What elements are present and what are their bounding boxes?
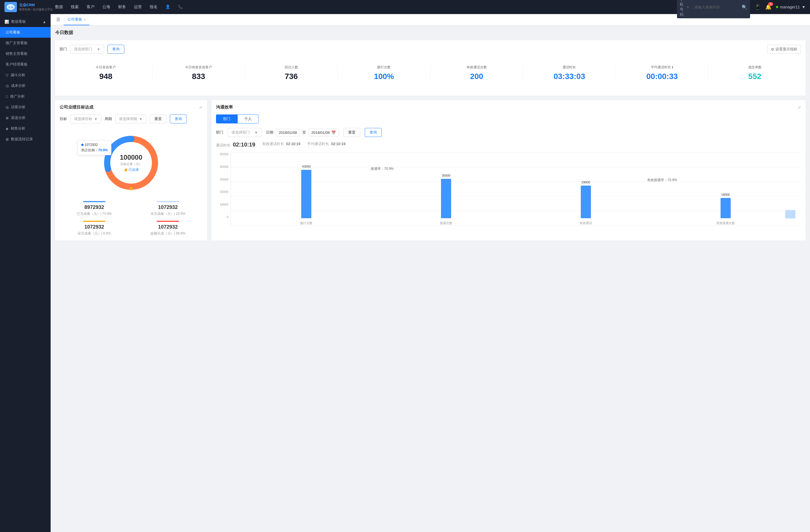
donut-value: 100000 bbox=[120, 153, 142, 161]
sidebar-collapse-icon[interactable]: ▲ bbox=[43, 20, 46, 24]
stat-effective-consult-value: 833 bbox=[157, 72, 241, 81]
sidebar-section-icon: 📊 bbox=[4, 20, 9, 24]
stat-revisit-value: 736 bbox=[249, 72, 333, 81]
sidebar-item-visitor[interactable]: ◎ 访客分析 bbox=[0, 102, 51, 113]
bar-value-18000: 18000 bbox=[721, 193, 730, 196]
sidebar-item-promotion-manager[interactable]: 推广主管看板 bbox=[0, 38, 51, 48]
nav-operations[interactable]: 运营 bbox=[134, 3, 142, 11]
search-button[interactable]: 🔍 bbox=[742, 4, 747, 10]
stat-first-consult-label: 今日首咨客户 bbox=[64, 65, 148, 70]
bar-label-connect: 接通次数 bbox=[440, 221, 452, 225]
stat-bar-completed bbox=[83, 201, 106, 202]
bar-group-effective: 29000 有效通话 bbox=[516, 152, 656, 225]
sidebar-item-customer-manager[interactable]: 客户经理看板 bbox=[0, 59, 51, 70]
visitor-icon: ◎ bbox=[6, 105, 9, 110]
avg-stat: 平均通话时长 02:10:19 bbox=[307, 142, 345, 148]
goal-select[interactable]: 请选择目标 ▼ bbox=[70, 114, 101, 123]
tab-company[interactable]: 公司看板 × bbox=[64, 14, 90, 25]
stat-bar-incomplete bbox=[157, 201, 179, 202]
sidebar-item-sales[interactable]: ◈ 销售分析 bbox=[0, 123, 51, 134]
settings-btn[interactable]: ⚙ 设置显示指标 bbox=[767, 45, 801, 54]
stat-bar-should bbox=[83, 221, 106, 222]
sidebar-item-label: 访客分析 bbox=[11, 105, 26, 110]
stat-effective-calls-label: 有效通话次数 bbox=[435, 65, 519, 70]
period-select[interactable]: 请选择周期 ▼ bbox=[115, 114, 146, 123]
stat-incomplete-label: 未完成量（元）| 20.9% bbox=[133, 212, 202, 216]
y-label-40000: 40000 bbox=[216, 165, 228, 168]
promotion-icon: □ bbox=[6, 95, 8, 99]
sidebar-item-label: 渠道分析 bbox=[11, 115, 26, 120]
user-info[interactable]: manager11 ▼ bbox=[776, 5, 806, 9]
today-filter-bar: 部门 请选择部门 ▼ 查询 ⚙ 设置显示指标 bbox=[60, 45, 801, 54]
sidebar-item-flow[interactable]: ⊞ 数据流转记录 bbox=[0, 134, 51, 145]
comm-dept-select[interactable]: 请选择部门 ▼ bbox=[228, 128, 262, 137]
y-label-0: 0 bbox=[216, 215, 228, 219]
cost-icon: ◷ bbox=[6, 84, 9, 88]
username: manager11 bbox=[780, 5, 800, 9]
comm-tab-dept[interactable]: 部门 bbox=[216, 114, 237, 123]
dept-select-placeholder: 请选择部门 bbox=[74, 47, 92, 52]
sidebar-section-header[interactable]: 📊 数据看板 ▲ bbox=[0, 16, 51, 27]
nav-register[interactable]: 报名 bbox=[150, 3, 158, 11]
notification-badge: 5 bbox=[768, 2, 773, 6]
nav-leads[interactable]: 线索 bbox=[71, 3, 79, 11]
search-input[interactable] bbox=[694, 5, 742, 9]
tablet-icon[interactable]: 📱 bbox=[755, 4, 761, 10]
sidebar-item-promotion[interactable]: □ 推广分析 bbox=[0, 91, 51, 102]
y-label-50000: 50000 bbox=[216, 152, 228, 156]
sidebar-item-label: 销售主管看板 bbox=[6, 51, 28, 56]
sidebar-item-sales-manager[interactable]: 销售主管看板 bbox=[0, 48, 51, 59]
connect-rate-label: 接通率：70.9% bbox=[371, 166, 394, 171]
dept-select[interactable]: 请选择部门 ▼ bbox=[70, 45, 104, 54]
stat-completed-value: 8972932 bbox=[60, 204, 129, 210]
notification-icon[interactable]: 🔔 5 bbox=[765, 4, 772, 10]
calendar-icon: 📅 bbox=[331, 131, 336, 135]
stat-incomplete-value: 1072932 bbox=[133, 204, 202, 210]
stat-dial-value: 100% bbox=[342, 72, 426, 81]
stat-call-duration-label: 通话时长 bbox=[528, 65, 611, 70]
stat-card-completed: 8972932 已完成量（元）| 70.9% bbox=[60, 201, 129, 216]
stat-deals: 成交单数 552 bbox=[709, 65, 801, 81]
tab-close-icon[interactable]: × bbox=[84, 18, 85, 21]
goal-query-btn[interactable]: 查询 bbox=[170, 114, 187, 123]
nav-data[interactable]: 数据 bbox=[55, 3, 63, 11]
menu-toggle-icon[interactable]: ☰ bbox=[56, 17, 60, 22]
effective-label: 有效通话时长 bbox=[262, 142, 284, 146]
sidebar-item-channel[interactable]: ⊕ 渠道分析 bbox=[0, 113, 51, 123]
donut-tooltip: 1072932 所占比例：70.9% bbox=[78, 140, 111, 155]
sidebar-header-text: 📊 数据看板 bbox=[4, 19, 26, 24]
goal-reset-btn[interactable]: 重置 bbox=[150, 114, 166, 123]
search-box: 手机号码 ▼ 🔍 bbox=[677, 0, 750, 18]
nav-finance[interactable]: 财务 bbox=[118, 3, 126, 11]
user-dropdown-icon[interactable]: ▼ bbox=[801, 5, 806, 9]
sidebar-section-title: 数据看板 bbox=[11, 19, 26, 24]
nav-person-icon[interactable]: 👤 bbox=[165, 3, 170, 11]
sidebar-item-company[interactable]: 公司看板 bbox=[0, 27, 51, 38]
nav-phone-icon[interactable]: 📞 bbox=[178, 3, 183, 11]
logo-text: 云朵CRM 教育机构一站式服务云平台 bbox=[19, 3, 53, 11]
sidebar-item-funnel[interactable]: ▽ 漏斗分析 bbox=[0, 70, 51, 80]
y-label-30000: 30000 bbox=[216, 178, 228, 181]
date-label: 日期 bbox=[266, 130, 273, 135]
nav-public[interactable]: 公海 bbox=[102, 3, 110, 11]
bar-group-effective-connect: 有效接通率：70.9% 18000 有效接通次数 bbox=[655, 152, 795, 225]
goal-expand-icon[interactable]: ⤢ bbox=[199, 105, 202, 110]
comm-reset-btn[interactable]: 重置 bbox=[343, 128, 360, 137]
bar-label-dial: 拨打次数 bbox=[300, 221, 312, 225]
settings-label: 设置显示指标 bbox=[775, 47, 797, 52]
date-end-box[interactable]: 2018/01/08 📅 bbox=[308, 129, 339, 136]
goal-select-placeholder: 请选择目标 bbox=[74, 116, 92, 121]
nav-customer[interactable]: 客户 bbox=[87, 3, 95, 11]
today-query-btn[interactable]: 查询 bbox=[108, 45, 124, 54]
comm-filter: 部门 请选择部门 ▼ 日期 2018/01/08 至 2 bbox=[216, 128, 801, 137]
comm-expand-icon[interactable]: ⤢ bbox=[798, 105, 801, 110]
search-type[interactable]: 手机号码 bbox=[680, 0, 686, 17]
sidebar-item-cost[interactable]: ◷ 成本分析 bbox=[0, 80, 51, 91]
comm-query-btn[interactable]: 查询 bbox=[365, 128, 382, 137]
comm-dept-arrow: ▼ bbox=[254, 131, 258, 135]
bar-effective-connect-light bbox=[785, 210, 795, 218]
date-start-box[interactable]: 2018/01/08 bbox=[276, 129, 300, 136]
comm-tab-person[interactable]: 个人 bbox=[237, 114, 259, 123]
bar-chart: 50000 40000 30000 20000 10000 0 bbox=[216, 152, 801, 226]
stat-deals-value: 552 bbox=[713, 72, 796, 81]
